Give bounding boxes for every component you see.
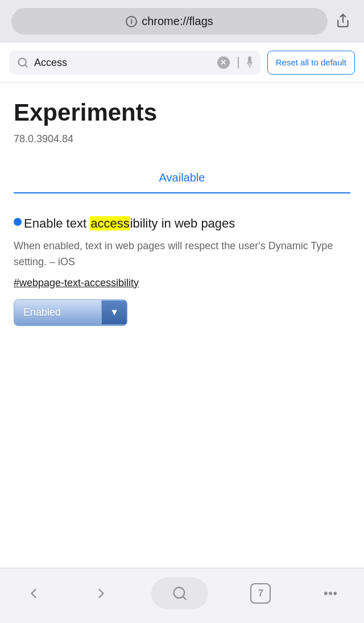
search-row: Reset all to default: [0, 43, 364, 83]
svg-line-6: [183, 596, 185, 599]
tab-available[interactable]: Available: [148, 166, 217, 192]
svg-line-2: [25, 65, 27, 67]
mic-icon: [247, 56, 253, 69]
feature-title-row: Enable text accessibility in web pages: [14, 215, 350, 233]
dropdown-arrow-button[interactable]: ▼: [101, 300, 127, 324]
svg-point-7: [325, 592, 327, 595]
dropdown-row: Enabled ▼: [14, 299, 350, 326]
enabled-dot: [14, 218, 22, 226]
tabs-count-badge: 7: [250, 583, 271, 604]
url-text: chrome://flags: [142, 15, 213, 28]
address-bar: i chrome://flags: [0, 0, 364, 43]
search-nav-icon: [172, 585, 188, 601]
url-bar[interactable]: i chrome://flags: [11, 8, 328, 35]
more-button[interactable]: [313, 581, 348, 606]
info-icon: i: [126, 16, 137, 27]
search-input[interactable]: [34, 57, 212, 69]
search-icon: [17, 57, 28, 68]
main-content: Experiments 78.0.3904.84 Available Enabl…: [0, 83, 364, 568]
tabs-container: Available: [14, 166, 350, 193]
svg-point-8: [329, 592, 332, 595]
back-button[interactable]: [16, 581, 51, 606]
feature-title-before: Enable text: [24, 216, 90, 230]
version-text: 78.0.3904.84: [14, 133, 350, 145]
bottom-nav: 7: [0, 568, 364, 623]
feature-title-highlight: access: [90, 216, 130, 230]
more-icon: [322, 585, 338, 601]
share-button[interactable]: [333, 11, 353, 32]
feature-title-after: ibility in web pages: [130, 216, 235, 230]
forward-button[interactable]: [84, 581, 118, 606]
svg-point-9: [334, 592, 336, 595]
feature-description: When enabled, text in web pages will res…: [14, 238, 350, 270]
tabs-button[interactable]: 7: [241, 579, 280, 608]
mic-divider: [238, 57, 241, 68]
chevron-left-icon: [26, 585, 42, 601]
search-box[interactable]: [9, 51, 260, 75]
dropdown-value: Enabled: [14, 300, 101, 325]
feature-item: Enable text accessibility in web pages W…: [14, 209, 350, 337]
clear-icon[interactable]: [217, 56, 230, 69]
feature-dropdown[interactable]: Enabled ▼: [14, 299, 127, 326]
svg-rect-3: [248, 56, 251, 64]
chevron-right-icon: [93, 585, 109, 601]
feature-link[interactable]: #webpage-text-accessibility: [14, 277, 350, 289]
reset-all-button[interactable]: Reset all to default: [267, 51, 355, 75]
search-nav-button[interactable]: [151, 577, 208, 609]
chevron-down-icon: ▼: [110, 307, 119, 317]
feature-title: Enable text accessibility in web pages: [24, 215, 235, 233]
page-title: Experiments: [14, 99, 350, 126]
